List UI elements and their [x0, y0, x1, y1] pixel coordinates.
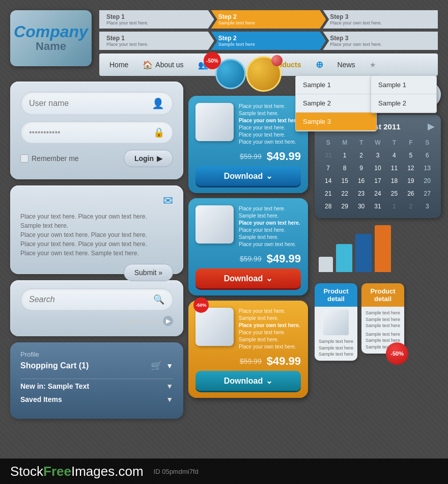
- logo-company: Company: [14, 23, 88, 40]
- cal-day-7[interactable]: 7: [321, 163, 335, 174]
- bar-blue: [355, 234, 372, 272]
- cal-day-23[interactable]: 23: [354, 188, 369, 199]
- bar-orange: [375, 225, 391, 272]
- username-input[interactable]: [29, 99, 152, 108]
- step-3-bar1[interactable]: Step 3Place your own text here.: [323, 10, 438, 29]
- news-dropdown: Sample 1 Sample 2: [371, 75, 437, 113]
- step-1-bar2[interactable]: Step 1Place your text here.: [99, 32, 214, 50]
- cal-day-31a[interactable]: 31: [321, 150, 335, 161]
- download-btn-2[interactable]: Download ⌄: [195, 268, 301, 288]
- cal-day-16[interactable]: 16: [354, 175, 369, 186]
- saved-items-link[interactable]: Saved Items ▼: [20, 395, 173, 404]
- cal-day-sep1[interactable]: 1: [387, 201, 402, 212]
- watermark: Stock Free Images.com ID 05pmdmi7fd: [0, 459, 448, 484]
- download-chevron-3: ⌄: [266, 376, 272, 386]
- cal-day-29[interactable]: 29: [337, 201, 352, 212]
- cal-day-26[interactable]: 26: [403, 188, 418, 199]
- dropdown-item-0[interactable]: Sample 1: [296, 76, 376, 94]
- step-3-bar2[interactable]: Step 3Place your own text here.: [323, 32, 438, 50]
- search-field[interactable]: 🔍: [20, 288, 173, 311]
- step-1-bar1[interactable]: Step 1Place your text here.: [99, 10, 214, 29]
- remember-checkbox[interactable]: [20, 154, 29, 163]
- cal-next[interactable]: ▶: [428, 121, 435, 132]
- bar-group-3: [355, 234, 372, 272]
- dropdown-item-2[interactable]: Sample 3: [296, 113, 376, 131]
- step-bar-2: Step 1Place your text here. Step 2Sample…: [99, 32, 438, 50]
- detail-img-1: [323, 310, 349, 335]
- company-logo: Company Name: [10, 10, 92, 66]
- cal-day-8[interactable]: 8: [337, 163, 352, 174]
- old-price-3: $59.99: [240, 357, 262, 365]
- search-input[interactable]: [29, 295, 153, 304]
- cal-day-10[interactable]: 10: [370, 163, 385, 174]
- detail-text-1: Sample text hereSample text hereSample t…: [319, 338, 353, 358]
- username-field[interactable]: 👤: [20, 92, 173, 115]
- read-more-label: Read more: [125, 317, 160, 325]
- read-more-arrow[interactable]: ▶: [163, 316, 173, 326]
- cal-day-11[interactable]: 11: [387, 163, 402, 174]
- email-icon: ✉: [163, 194, 173, 208]
- nav-news[interactable]: News: [331, 58, 361, 72]
- nav-plus[interactable]: ⊕: [310, 56, 329, 73]
- cal-day-17[interactable]: 17: [370, 175, 385, 186]
- logo-name: Name: [36, 40, 66, 53]
- old-price-1: $59.99: [240, 152, 262, 160]
- cal-day-19[interactable]: 19: [403, 175, 418, 186]
- nav-home[interactable]: Home: [103, 58, 134, 72]
- cal-day-24[interactable]: 24: [370, 188, 385, 199]
- cal-header-f: F: [403, 137, 418, 148]
- product-box-1: [195, 103, 234, 141]
- bar-group-4: [375, 225, 391, 272]
- new-in-link[interactable]: New in: Sample Text ▼: [20, 382, 173, 390]
- cal-day-27[interactable]: 27: [420, 188, 435, 199]
- product-card-1-wrapper: Place your text here. Sample text here. …: [188, 96, 308, 193]
- product-card-2-wrapper: Place your text here. Sample text here. …: [188, 198, 308, 295]
- card-discount-3: -50%: [193, 298, 209, 313]
- step-2-bar1[interactable]: Step 2Sample text here: [211, 10, 326, 29]
- detail-header-1: Productdetail: [315, 283, 357, 307]
- product-details: Productdetail Sample text hereSample tex…: [315, 283, 441, 361]
- cal-day-9[interactable]: 9: [354, 163, 369, 174]
- nav-star-btn[interactable]: ★: [363, 58, 382, 72]
- cal-day-25[interactable]: 25: [387, 188, 402, 199]
- cal-day-1[interactable]: 1: [337, 150, 352, 161]
- cal-day-3[interactable]: 3: [370, 150, 385, 161]
- product-text-2: Place your text here. Sample text here. …: [239, 205, 300, 248]
- cal-header-t1: T: [354, 137, 369, 148]
- dropdown-item-1[interactable]: Sample 2: [296, 94, 376, 113]
- cal-day-6[interactable]: 6: [420, 150, 435, 161]
- cal-day-14[interactable]: 14: [321, 175, 335, 186]
- news-dropdown-item-0[interactable]: Sample 1: [371, 76, 436, 94]
- news-dropdown-item-1[interactable]: Sample 2: [371, 94, 436, 113]
- cal-day-30[interactable]: 30: [354, 201, 369, 212]
- cal-day-5[interactable]: 5: [403, 150, 418, 161]
- read-more-row[interactable]: Read more ▶: [20, 316, 173, 326]
- cal-day-20[interactable]: 20: [420, 175, 435, 186]
- new-price-2: $49.99: [267, 252, 301, 265]
- login-button[interactable]: Login ▶: [124, 150, 173, 167]
- download-btn-3[interactable]: Download ⌄: [195, 371, 301, 391]
- cal-day-2[interactable]: 2: [354, 150, 369, 161]
- cal-day-15[interactable]: 15: [337, 175, 352, 186]
- download-btn-1[interactable]: Download ⌄: [195, 166, 301, 186]
- cal-day-21[interactable]: 21: [321, 188, 335, 199]
- product-card-2: Place your text here. Sample text here. …: [188, 198, 308, 295]
- old-price-2: $59.99: [240, 255, 262, 263]
- step-2-bar2[interactable]: Step 2Sample text here: [211, 32, 326, 50]
- cal-day-sep2[interactable]: 2: [403, 201, 418, 212]
- cal-day-4[interactable]: 4: [387, 150, 402, 161]
- home-icon: 🏠: [143, 60, 153, 70]
- nav-about[interactable]: 🏠 About us: [136, 57, 189, 73]
- cart-chevron[interactable]: ▼: [166, 362, 173, 370]
- cal-day-31b[interactable]: 31: [370, 201, 385, 212]
- cal-day-sep3[interactable]: 3: [420, 201, 435, 212]
- cal-day-12[interactable]: 12: [403, 163, 418, 174]
- cal-day-13[interactable]: 13: [420, 163, 435, 174]
- cal-day-22[interactable]: 22: [337, 188, 352, 199]
- cal-day-28[interactable]: 28: [321, 201, 335, 212]
- password-input[interactable]: [29, 128, 153, 137]
- cal-day-18[interactable]: 18: [387, 175, 402, 186]
- submit-button[interactable]: Submit »: [124, 264, 173, 281]
- password-field[interactable]: 🔒: [20, 121, 173, 144]
- email-form: ✉ Place your text here. Place your own t…: [10, 185, 183, 274]
